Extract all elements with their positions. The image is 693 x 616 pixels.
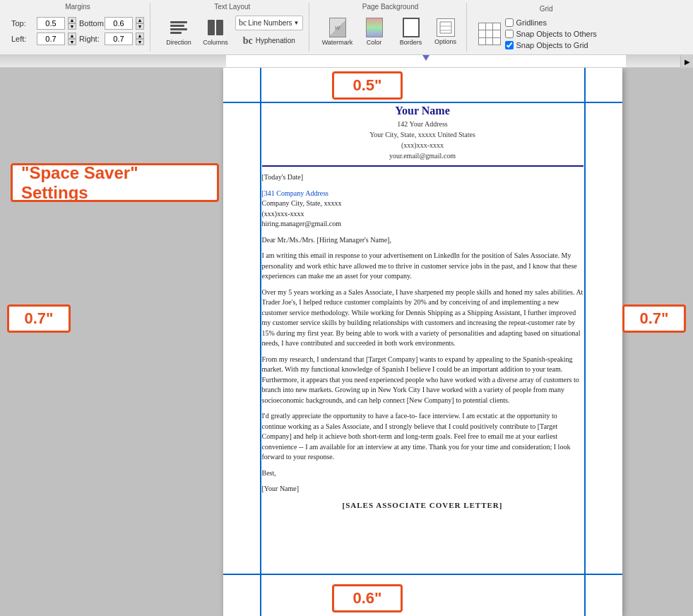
d-line1	[170, 21, 187, 23]
line-numbers-dropdown[interactable]: ▼	[294, 20, 300, 26]
right-spin[interactable]: ▲ ▼	[136, 32, 144, 45]
line-numbers-label: Line Numbers	[248, 19, 292, 27]
grid-label: Grid	[478, 5, 615, 13]
company-city-span: Company City, State, xxxxx	[262, 199, 342, 207]
para3: From my research, I understand that [Tar…	[262, 355, 584, 406]
letter-content: Your Name 142 Your Address Your City, St…	[262, 103, 584, 572]
columns-button[interactable]: Columns	[199, 13, 232, 50]
company-address-span: [341 Company Address	[262, 189, 328, 197]
line-numbers-button[interactable]: bc Line Numbers ▼	[235, 16, 303, 30]
bottom-margin-text: 0.6"	[353, 589, 381, 608]
ruler-inner	[226, 55, 626, 67]
bottom-spin-up[interactable]: ▲	[136, 17, 144, 23]
borders-button[interactable]: Borders	[394, 13, 428, 50]
snap-grid-checkbox[interactable]	[505, 41, 514, 49]
color-icon-shape	[366, 18, 383, 37]
columns-icon-shape	[208, 20, 223, 35]
date-line: [Today's Date]	[262, 172, 584, 183]
para4: I'd greatly appreciate the opportunity t…	[262, 411, 584, 463]
left-margin-row: Left: ▲ ▼ Right: ▲ ▼	[11, 32, 144, 45]
snap-grid-label: Snap Objects to Grid	[516, 41, 588, 49]
bottom-margin-input[interactable]	[105, 17, 133, 30]
ruler-scroll[interactable]: ▶	[680, 55, 693, 68]
right-spin-up[interactable]: ▲	[136, 32, 144, 39]
left-label: Left:	[11, 35, 34, 43]
gc3	[493, 23, 499, 30]
document-page: Your Name 142 Your Address Your City, St…	[223, 68, 622, 616]
gridlines-row: Gridlines	[505, 18, 597, 27]
snap-others-checkbox[interactable]	[505, 30, 514, 38]
hyphenation-icon-shape: bc	[243, 35, 253, 47]
left-margin-input[interactable]	[37, 32, 65, 45]
right-margin-input[interactable]	[105, 32, 133, 45]
borders-icon	[401, 18, 421, 37]
options-button[interactable]: Options	[431, 13, 461, 50]
signature: [Your Name]	[262, 484, 584, 494]
gc5	[486, 30, 492, 37]
top-margin-text: 0.5"	[353, 76, 381, 95]
d-line4	[170, 32, 182, 34]
margins-controls: Top: ▲ ▼ Bottom: ▲ ▼ Left: ▲ ▼	[11, 12, 144, 52]
letter-header: Your Name 142 Your Address Your City, St…	[262, 103, 584, 167]
gc7	[479, 38, 485, 45]
company-email-span: hiring.manager@gmail.com	[262, 220, 342, 227]
watermark-icon: W	[328, 18, 348, 37]
gc1	[479, 23, 485, 30]
letter-address1: 142 Your Address	[262, 119, 584, 129]
bc-icon: bc	[239, 18, 247, 28]
top-spin-up[interactable]: ▲	[68, 17, 76, 23]
borders-label: Borders	[400, 39, 422, 46]
main-area: "Space Saver" Settings 0.5" 0.7" 0.7" 0.…	[0, 68, 693, 616]
margin-line-right	[584, 68, 586, 616]
left-spin-up[interactable]: ▲	[68, 32, 76, 39]
text-layout-controls: Direction Columns bc Line Numbers ▼	[162, 12, 303, 52]
top-margin-row: Top: ▲ ▼ Bottom: ▲ ▼	[11, 17, 144, 30]
snap-grid-row: Snap Objects to Grid	[505, 41, 597, 49]
options-label: Options	[434, 38, 456, 45]
gridlines-checkbox[interactable]	[505, 18, 514, 27]
top-spin[interactable]: ▲ ▼	[68, 17, 76, 30]
direction-label: Direction	[166, 39, 191, 46]
text-layout-label: Text Layout	[214, 3, 250, 11]
watermark-button[interactable]: W Watermark	[321, 13, 355, 50]
direction-icon	[169, 18, 189, 37]
bottom-label: Bottom:	[79, 19, 102, 28]
gc6	[493, 30, 499, 37]
borders-icon-shape	[403, 18, 420, 37]
top-margin-input[interactable]	[37, 17, 65, 30]
company-info: [341 Company Address Company City, State…	[262, 189, 584, 230]
para1: I am writing this email in response to y…	[262, 251, 584, 282]
right-margin-text: 0.7"	[639, 309, 668, 328]
bottom-spin[interactable]: ▲ ▼	[136, 17, 144, 30]
margin-line-bottom	[223, 574, 622, 575]
options-icon	[437, 18, 455, 37]
left-spin[interactable]: ▲ ▼	[68, 32, 76, 45]
watermark-label: Watermark	[322, 39, 353, 46]
letter-email: your.email@gmail.com	[262, 150, 584, 161]
grid-section: Grid Gridlines Snap Objects to Others	[473, 3, 620, 52]
margins-section: Margins Top: ▲ ▼ Bottom: ▲ ▼ Left:	[6, 3, 150, 52]
right-label: Right:	[79, 35, 102, 43]
bottom-spin-down[interactable]: ▼	[136, 23, 144, 30]
top-label: Top:	[11, 19, 34, 28]
gc9	[493, 38, 499, 45]
columns-icon	[206, 18, 225, 37]
grid-icon	[478, 23, 501, 45]
space-saver-text: "Space Saver" Settings	[21, 163, 208, 203]
space-saver-annotation: "Space Saver" Settings	[11, 163, 219, 202]
hyphenation-label: Hyphenation	[256, 37, 295, 45]
gc8	[486, 38, 492, 45]
left-spin-down[interactable]: ▼	[68, 39, 76, 45]
grid-checkboxes: Gridlines Snap Objects to Others Snap Ob…	[505, 18, 597, 49]
color-button[interactable]: Color	[357, 13, 391, 50]
gc4	[479, 30, 485, 37]
direction-button[interactable]: Direction	[162, 13, 196, 50]
hyphenation-button[interactable]: bc Hyphenation	[239, 33, 299, 49]
margin-line-top	[223, 102, 622, 103]
snap-others-row: Snap Objects to Others	[505, 30, 597, 38]
top-spin-down[interactable]: ▼	[68, 23, 76, 30]
company-phone-span: (xxx)xxx-xxxx	[262, 210, 304, 218]
right-spin-down[interactable]: ▼	[136, 39, 144, 45]
svg-rect-0	[440, 22, 451, 33]
color-label: Color	[367, 39, 382, 46]
